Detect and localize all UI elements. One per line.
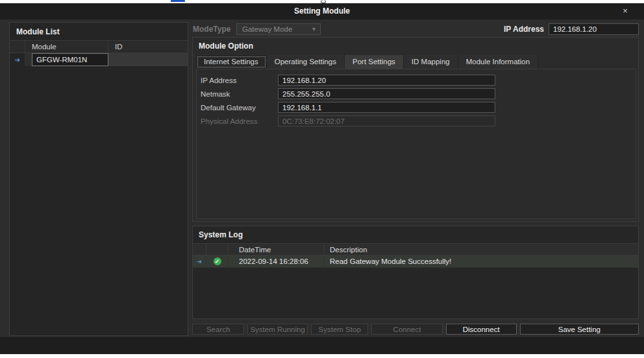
- modetype-value: Gateway Mode: [242, 25, 292, 33]
- system-log-header: DateTime Description: [193, 243, 638, 256]
- titlebar[interactable]: Setting Module ×: [0, 3, 644, 19]
- column-header-description: Description: [325, 244, 638, 255]
- search-button[interactable]: Search: [192, 324, 244, 335]
- modetype-label: ModeType: [193, 23, 230, 35]
- column-header-module: Module: [25, 41, 108, 53]
- system-log-group: System Log DateTime Description ➜ ✓ 2022…: [192, 226, 639, 319]
- field-row: Default Gateway: [197, 101, 636, 114]
- system-stop-button[interactable]: System Stop: [311, 324, 369, 335]
- ip-address-input[interactable]: [549, 23, 639, 35]
- field-row: IP Address: [197, 73, 636, 87]
- module-list-header: Module ID: [10, 40, 188, 53]
- module-list-panel: Module List Module ID ➜ GFGW-RM01N: [9, 22, 188, 336]
- default-gateway-field[interactable]: [278, 102, 495, 113]
- row-arrow-icon: ➜: [193, 256, 206, 267]
- modetype-dropdown[interactable]: Gateway Mode ▾: [236, 23, 321, 35]
- page-artifact: [171, 0, 185, 2]
- physical-address-field-label: Physical Address: [201, 117, 278, 125]
- module-list-row[interactable]: ➜ GFGW-RM01N: [10, 53, 188, 66]
- field-row: Netmask: [197, 87, 636, 101]
- ip-address-label: IP Address: [493, 23, 544, 35]
- row-indicator-column: [10, 41, 25, 53]
- connect-button[interactable]: Connect: [371, 324, 442, 335]
- system-log-row[interactable]: ➜ ✓ 2022-09-14 16:28:06 Read Gateway Mod…: [193, 256, 638, 268]
- row-indicator-column: [193, 244, 206, 255]
- module-id-cell[interactable]: [108, 53, 188, 66]
- module-option-tabs: Internet Settings Operating Settings Por…: [196, 55, 635, 69]
- chevron-down-icon: ▾: [312, 24, 316, 34]
- system-log-title: System Log: [193, 226, 638, 243]
- status-icon-column: [206, 244, 229, 255]
- module-option-title: Module Option: [193, 38, 638, 54]
- action-button-row: Search System Running System Stop Connec…: [192, 324, 639, 335]
- physical-address-field: [278, 115, 495, 126]
- tab-module-information[interactable]: Module Information: [458, 55, 538, 69]
- internet-settings-panel: IP Address Netmask Default Gateway Physi…: [196, 69, 636, 219]
- field-row: Physical Address: [197, 114, 636, 128]
- log-datetime-cell: 2022-09-14 16:28:06: [229, 256, 325, 267]
- setting-module-window: Setting Module × Module List Module ID ➜…: [0, 3, 644, 354]
- netmask-field[interactable]: [278, 88, 495, 99]
- default-gateway-field-label: Default Gateway: [201, 104, 278, 112]
- module-list-title: Module List: [10, 23, 188, 40]
- tab-internet-settings[interactable]: Internet Settings: [196, 55, 267, 69]
- module-name-cell[interactable]: GFGW-RM01N: [32, 53, 108, 66]
- save-setting-button[interactable]: Save Setting: [520, 324, 639, 335]
- window-footer: [0, 337, 644, 354]
- row-arrow-icon: ➜: [10, 53, 25, 66]
- column-header-datetime: DateTime: [229, 244, 325, 255]
- check-circle-icon: ✓: [214, 257, 221, 265]
- window-title: Setting Module: [0, 3, 644, 19]
- netmask-field-label: Netmask: [201, 90, 278, 98]
- ip-address-field[interactable]: [278, 75, 495, 86]
- tab-operating-settings[interactable]: Operating Settings: [267, 55, 345, 69]
- tab-port-settings[interactable]: Port Settings: [345, 55, 404, 69]
- ip-address-field-label: IP Address: [201, 77, 278, 84]
- column-header-id: ID: [108, 41, 188, 53]
- system-running-button[interactable]: System Running: [247, 324, 308, 335]
- close-icon[interactable]: ×: [617, 3, 634, 19]
- disconnect-button[interactable]: Disconnect: [446, 324, 517, 335]
- module-option-group: Module Option Internet Settings Operatin…: [192, 37, 639, 222]
- tab-id-mapping[interactable]: ID Mapping: [404, 55, 458, 69]
- log-description-cell: Read Gateway Module Successfully!: [325, 256, 638, 267]
- screen: Setting Module × Module List Module ID ➜…: [0, 0, 644, 358]
